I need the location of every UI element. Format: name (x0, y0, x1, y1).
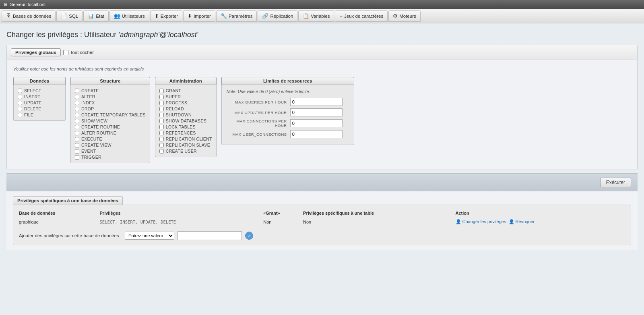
resource-note: Note: Une valeur de 0 (zéro) enlève la l… (227, 89, 349, 94)
checkbox-super[interactable] (159, 95, 164, 99)
resource-label-max-connections: MAX CONNECTIONS PER HOUR (227, 119, 287, 128)
list-item[interactable]: DROP (75, 106, 146, 111)
resource-input-max-connections[interactable] (290, 119, 343, 127)
resource-limits-box: Limites de ressources Note: Une valeur d… (221, 77, 354, 145)
nav-tab-parametres[interactable]: 🔧Paramètres (216, 10, 257, 22)
checkbox-lock-tables[interactable] (159, 125, 164, 129)
checkbox-update[interactable] (18, 101, 22, 105)
list-item[interactable]: CREATE USER (159, 149, 212, 153)
list-item[interactable]: LOCK TABLES (159, 124, 212, 129)
list-item[interactable]: UPDATE (18, 100, 61, 105)
list-item[interactable]: CREATE (75, 88, 146, 93)
list-item[interactable]: ALTER ROUTINE (75, 131, 146, 135)
checkbox-create-routine[interactable] (75, 125, 79, 129)
checkbox-trigger[interactable] (75, 155, 79, 160)
checkbox-grant[interactable] (159, 89, 164, 93)
list-item[interactable]: ALTER (75, 94, 146, 99)
specific-tab-header[interactable]: Privilèges spécifiques à une base de don… (13, 196, 123, 205)
list-item[interactable]: SHUTDOWN (159, 112, 212, 117)
check-all-container[interactable]: Tout cocher (63, 50, 94, 55)
etat-label: État (96, 14, 104, 19)
checkbox-create[interactable] (75, 89, 79, 93)
list-item[interactable]: SUPER (159, 94, 212, 99)
checkbox-execute[interactable] (75, 137, 79, 141)
resource-input-max-updates[interactable] (290, 108, 343, 116)
table-column-header: Privilèges (100, 210, 264, 218)
resource-input-max-user-connections[interactable] (290, 130, 343, 138)
checkbox-index[interactable] (75, 101, 79, 105)
list-item[interactable]: REPLICATION SLAVE (159, 143, 212, 147)
checkbox-alter-routine[interactable] (75, 131, 79, 135)
nav-tab-sql[interactable]: 📄SQL (56, 10, 83, 22)
list-item[interactable]: CREATE VIEW (75, 143, 146, 147)
checkbox-alter[interactable] (75, 95, 79, 99)
nav-tab-jeux-de-caracteres[interactable]: ≡Jeux de caractères (335, 10, 388, 22)
nav-tab-utilisateurs[interactable]: 👥Utilisateurs (109, 10, 149, 22)
list-item[interactable]: SELECT (18, 88, 61, 93)
nav-tab-replication[interactable]: 🔗Réplication (258, 10, 297, 22)
checkbox-create-temporary-tables[interactable] (75, 113, 79, 117)
list-item[interactable]: RELOAD (159, 106, 212, 111)
checkbox-create-user[interactable] (159, 149, 164, 153)
checkbox-event[interactable] (75, 149, 79, 153)
parametres-icon: 🔧 (221, 13, 227, 19)
revoke-link[interactable]: 👤 Révoquer (509, 219, 535, 224)
main-content: Changer les privilèges : Utilisateur 'ad… (0, 23, 644, 255)
checkbox-replication-slave[interactable] (159, 143, 164, 147)
variables-label: Variables (311, 14, 330, 19)
list-item[interactable]: GRANT (159, 88, 212, 93)
nav-tab-variables[interactable]: 📋Variables (298, 10, 334, 22)
checkbox-shutdown[interactable] (159, 113, 164, 117)
checkbox-references[interactable] (159, 131, 164, 135)
jeux-de-caracteres-icon: ≡ (339, 13, 343, 19)
checkbox-process[interactable] (159, 101, 164, 105)
titlebar-title: Serveur: localhost (10, 2, 45, 7)
list-item[interactable]: CREATE ROUTINE (75, 124, 146, 129)
list-item[interactable]: CREATE TEMPORARY TABLES (75, 112, 146, 117)
resource-row: MAX USER_CONNECTIONS (227, 130, 349, 138)
checkbox-show-view[interactable] (75, 119, 79, 123)
table-column-header: Action (456, 210, 625, 218)
resource-label-max-user-connections: MAX USER_CONNECTIONS (227, 132, 287, 137)
checkbox-file[interactable] (18, 113, 22, 117)
nav-tab-etat[interactable]: 📊État (83, 10, 108, 22)
change-privileges-link[interactable]: 👤 Changer les privilèges (456, 219, 506, 224)
list-item[interactable]: INDEX (75, 100, 146, 105)
checkbox-reload[interactable] (159, 107, 164, 111)
nav-tab-bases-de-donnees[interactable]: 🗄Bases de données (2, 10, 56, 22)
checkbox-insert[interactable] (18, 95, 22, 99)
list-item[interactable]: DELETE (18, 106, 61, 111)
nav-tab-moteurs[interactable]: ⚙Moteurs (388, 10, 421, 22)
list-item[interactable]: INSERT (18, 94, 61, 99)
list-item[interactable]: PROCESS (159, 100, 212, 105)
checkbox-drop[interactable] (75, 107, 79, 111)
checkbox-delete[interactable] (18, 107, 22, 111)
add-privilege-row: Ajouter des privilèges sur cette base de… (19, 231, 625, 240)
checkbox-show-databases[interactable] (159, 119, 164, 123)
checkbox-create-view[interactable] (75, 143, 79, 147)
list-item[interactable]: REPLICATION CLIENT (159, 137, 212, 141)
add-priv-select[interactable]: Entrez une valeur : (125, 232, 174, 240)
nav-tab-importer[interactable]: ⬇Importer (183, 10, 215, 22)
list-item[interactable]: EXECUTE (75, 137, 146, 141)
administration-box: Administration GRANTSUPERPROCESSRELOADSH… (155, 77, 217, 157)
list-item[interactable]: SHOW VIEW (75, 118, 146, 123)
global-privileges-tab[interactable]: Privilèges globaux (11, 48, 61, 56)
execute-button[interactable]: Exécuter (600, 178, 631, 187)
list-item[interactable]: REFERENCES (159, 131, 212, 135)
nav-tab-exporter[interactable]: ⬆Exporter (150, 10, 182, 22)
add-priv-input[interactable] (178, 231, 242, 240)
resource-input-max-queries[interactable] (290, 98, 343, 106)
db-name-cell: graphique (19, 218, 100, 226)
check-all-checkbox[interactable] (63, 50, 68, 55)
list-item[interactable]: FILE (18, 112, 61, 117)
execute-area: Exécuter (6, 173, 638, 191)
resource-label-max-updates: MAX UPDATES PER HOUR (227, 110, 287, 115)
checkbox-select[interactable] (18, 89, 22, 93)
go-button[interactable]: ↗ (245, 232, 253, 240)
exporter-icon: ⬆ (155, 13, 159, 19)
checkbox-replication-client[interactable] (159, 137, 164, 141)
list-item[interactable]: SHOW DATABASES (159, 118, 212, 123)
list-item[interactable]: EVENT (75, 149, 146, 153)
list-item[interactable]: TRIGGER (75, 155, 146, 160)
